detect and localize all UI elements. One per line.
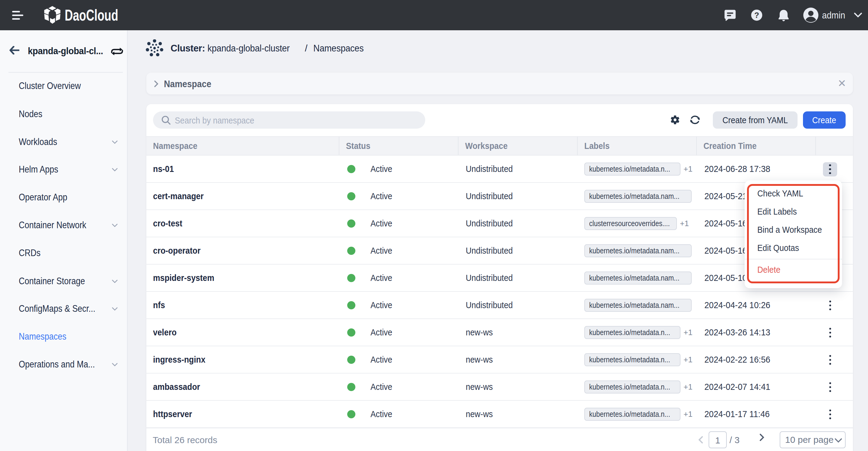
svg-text:?: ? [754, 10, 759, 20]
